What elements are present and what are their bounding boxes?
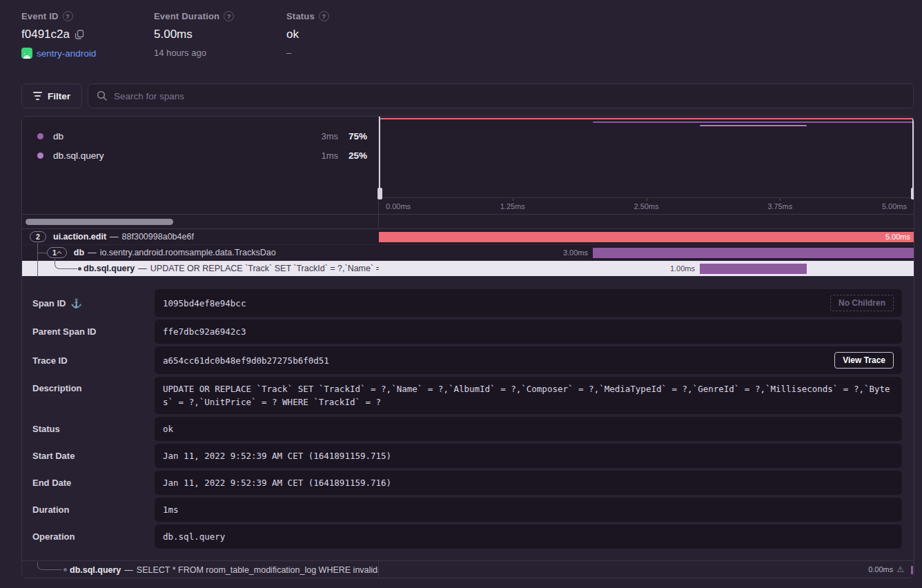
anchor-icon[interactable]: ⚓ — [70, 298, 81, 308]
event-id-label: Event ID — [21, 11, 59, 21]
chevron-up-icon — [57, 251, 61, 255]
tree-scrollbar-row — [22, 215, 914, 229]
axis-tick-label: 1.25ms — [500, 202, 525, 210]
detail-row-status: Status ok — [32, 417, 902, 441]
trace-id-value: a654cc61dc0b48ef9d0b27275b6f0d51 — [163, 354, 834, 367]
separator: — — [88, 248, 97, 257]
legend-op-duration: 3ms — [306, 131, 338, 141]
span-desc: UPDATE OR REPLACE `Track` SET `TrackId` … — [150, 264, 379, 273]
span-duration-label: 3.00ms — [563, 248, 593, 257]
filter-button-label: Filter — [48, 91, 70, 101]
status-subtext: – — [286, 48, 291, 58]
axis-tick-label: 2.50ms — [634, 202, 658, 210]
minimap-span-line-root — [380, 118, 914, 119]
field-label: Trace ID — [32, 355, 68, 366]
span-bar — [911, 566, 913, 574]
help-icon[interactable]: ? — [319, 11, 329, 21]
span-row-root[interactable]: 2 ui.action.edit — 88f300998a0b4e6f 5.00… — [22, 229, 914, 245]
span-row-sibling[interactable]: db.sql.query — SELECT * FROM room_table_… — [22, 561, 914, 578]
field-label: End Date — [32, 478, 71, 488]
spans-widget: db 3ms 75% db.sql.query 1ms 25% — [21, 116, 914, 578]
status-label: Status — [286, 11, 315, 21]
span-duration-label: 0.00ms — [868, 565, 893, 574]
detail-row-start-date: Start Date Jan 11, 2022 9:52:39 AM CET (… — [32, 444, 902, 468]
event-duration-value: 5.00ms — [154, 28, 193, 41]
detail-row-description: Description UPDATE OR REPLACE `Track` SE… — [32, 377, 902, 414]
axis-tick-label: 3.75ms — [767, 202, 792, 210]
detail-row-parent-span-id: Parent Span ID ffe7dbc92a6942c3 — [32, 320, 902, 344]
event-time-ago: 14 hours ago — [154, 48, 206, 58]
op-color-dot — [37, 153, 43, 159]
span-detail-panel: Span ID⚓ 1095bd4ef8e94bccNo Children Par… — [22, 277, 914, 561]
status-column: Status? ok – — [286, 11, 329, 58]
parent-span-id-value: ffe7dbc92a6942c3 — [163, 325, 894, 338]
field-label: Duration — [32, 504, 69, 515]
search-input[interactable] — [114, 91, 905, 101]
status-value: ok — [286, 28, 299, 41]
span-desc: io.sentry.android.roomsample.data.Tracks… — [100, 248, 276, 257]
span-row-db[interactable]: 1 db — io.sentry.android.roomsample.data… — [22, 245, 914, 261]
field-label: Operation — [32, 531, 75, 542]
help-icon[interactable]: ? — [63, 11, 73, 21]
detail-row-duration: Duration 1ms — [32, 498, 902, 522]
event-id-value: f0491c2a — [21, 28, 70, 41]
copy-icon[interactable] — [75, 30, 84, 39]
trace-id-value-box: a654cc61dc0b48ef9d0b27275b6f0d51View Tra… — [155, 346, 902, 374]
field-label: Status — [32, 424, 60, 434]
filter-button[interactable]: Filter — [21, 84, 82, 108]
timeline-minimap-column: 0.00ms 1.25ms 2.50ms 3.75ms 5.00ms — [379, 117, 914, 214]
legend-item[interactable]: db.sql.query 1ms 25% — [22, 146, 378, 165]
span-bar[interactable]: 5.00ms — [379, 232, 914, 242]
view-trace-button[interactable]: View Trace — [834, 352, 894, 369]
tree-connector-line — [37, 243, 38, 277]
help-icon[interactable]: ? — [224, 11, 234, 21]
start-date-value-box: Jan 11, 2022 9:52:39 AM CET (1641891159.… — [155, 444, 902, 468]
tree-scrollbar-track[interactable] — [22, 215, 379, 228]
filter-icon — [33, 92, 42, 100]
description-value-box: UPDATE OR REPLACE `Track` SET `TrackId` … — [155, 377, 902, 414]
minimap-left-handle[interactable] — [379, 117, 380, 198]
operation-value-box: db.sql.query — [155, 525, 902, 549]
minimap-right-handle[interactable] — [912, 117, 914, 198]
separator: — — [124, 565, 133, 575]
timeline-minimap[interactable] — [379, 117, 914, 197]
tree-connector-dot — [78, 267, 81, 271]
detail-row-operation: Operation db.sql.query — [32, 525, 902, 549]
tree-connector-elbow — [55, 259, 77, 269]
event-duration-label: Event Duration — [154, 11, 219, 21]
project-link[interactable]: sentry-android — [37, 48, 96, 59]
field-label: Description — [32, 383, 82, 393]
time-axis: 0.00ms 1.25ms 2.50ms 3.75ms 5.00ms — [379, 197, 914, 214]
field-label: Parent Span ID — [32, 326, 96, 337]
children-count-badge[interactable]: 1 — [47, 247, 67, 258]
no-children-button[interactable]: No Children — [830, 295, 894, 311]
description-value: UPDATE OR REPLACE `Track` SET `TrackId` … — [163, 382, 894, 409]
end-date-value: Jan 11, 2022 9:52:39 AM CET (1641891159.… — [163, 476, 894, 489]
span-status-value: ok — [163, 422, 894, 435]
event-id-column: Event ID? f0491c2a sentry-android — [21, 11, 96, 59]
span-bar[interactable] — [593, 248, 914, 258]
span-bar[interactable] — [700, 264, 807, 274]
op-color-dot — [37, 133, 43, 139]
separator: — — [138, 264, 147, 273]
minimap-span-line-db — [593, 121, 914, 123]
axis-tickmark — [647, 198, 647, 201]
spans-overview: db 3ms 75% db.sql.query 1ms 25% — [22, 117, 914, 215]
span-id-value: 1095bd4ef8e94bcc — [163, 297, 830, 310]
tree-scrollbar-thumb[interactable] — [26, 219, 173, 225]
tree-connector-elbow — [37, 562, 62, 570]
axis-tick-label: 0.00ms — [386, 202, 411, 210]
children-count-badge[interactable]: 2 — [30, 231, 46, 242]
span-row-selected[interactable]: db.sql.query — UPDATE OR REPLACE `Track`… — [22, 261, 914, 277]
android-project-icon — [21, 48, 32, 59]
minimap-span-line-query — [700, 125, 807, 126]
span-desc: 88f300998a0b4e6f — [122, 232, 194, 242]
axis-tickmark — [780, 198, 781, 201]
field-label: Start Date — [32, 451, 75, 461]
search-box[interactable] — [88, 84, 914, 108]
span-op: db — [74, 248, 84, 257]
legend-op-percent: 75% — [338, 131, 367, 141]
span-detail-page: Event ID? f0491c2a sentry-android Event … — [0, 0, 922, 588]
field-label: Span ID — [32, 298, 66, 308]
legend-item[interactable]: db 3ms 75% — [22, 126, 378, 146]
